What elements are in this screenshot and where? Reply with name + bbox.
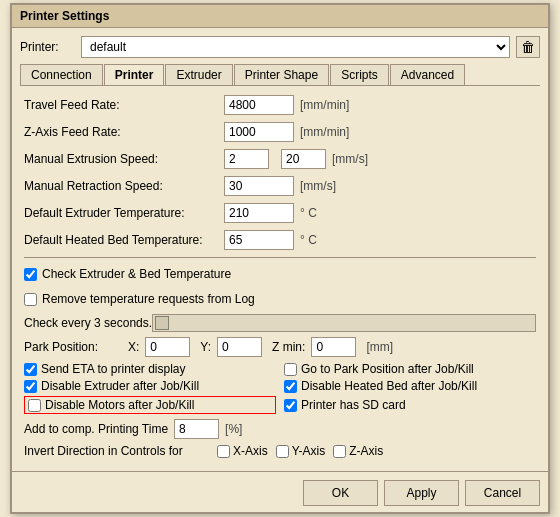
go-to-park-item: Go to Park Position after Job/Kill [284, 362, 536, 376]
tab-printer[interactable]: Printer [104, 64, 165, 85]
z-axis-feed-rate-row: Z-Axis Feed Rate: [mm/min] [24, 121, 536, 143]
tab-extruder[interactable]: Extruder [165, 64, 232, 85]
manual-extrusion-speed-input2[interactable] [281, 149, 326, 169]
disable-motors-item: Disable Motors after Job/Kill [24, 396, 276, 414]
heated-bed-temp-row: Default Heated Bed Temperature: ° C [24, 229, 536, 251]
travel-feed-rate-input[interactable] [224, 95, 294, 115]
manual-extrusion-speed-unit: [mm/s] [332, 152, 368, 166]
invert-x-checkbox[interactable] [217, 445, 230, 458]
heated-bed-temp-unit: ° C [300, 233, 317, 247]
disable-extruder-item: Disable Extruder after Job/Kill [24, 379, 276, 393]
send-eta-label: Send ETA to printer display [41, 362, 186, 376]
printer-label: Printer: [20, 40, 75, 54]
invert-x-item: X-Axis [217, 444, 268, 458]
printer-sd-checkbox[interactable] [284, 399, 297, 412]
disable-motors-label: Disable Motors after Job/Kill [45, 398, 194, 412]
invert-x-label: X-Axis [233, 444, 268, 458]
tab-scripts[interactable]: Scripts [330, 64, 389, 85]
park-x-label: X: [128, 340, 139, 354]
invert-z-item: Z-Axis [333, 444, 383, 458]
z-axis-feed-rate-label: Z-Axis Feed Rate: [24, 125, 224, 139]
add-comp-input[interactable] [174, 419, 219, 439]
manual-extrusion-speed-input1[interactable] [224, 149, 269, 169]
check-interval-slider[interactable] [152, 314, 536, 332]
disable-extruder-checkbox[interactable] [24, 380, 37, 393]
slider-thumb[interactable] [155, 316, 169, 330]
park-y-label: Y: [200, 340, 211, 354]
disable-heated-bed-item: Disable Heated Bed after Job/Kill [284, 379, 536, 393]
button-bar: OK Apply Cancel [12, 471, 548, 512]
add-comp-label: Add to comp. Printing Time [24, 422, 168, 436]
check-extruder-checkbox[interactable] [24, 268, 37, 281]
travel-feed-rate-label: Travel Feed Rate: [24, 98, 224, 112]
manual-retraction-speed-input[interactable] [224, 176, 294, 196]
invert-z-label: Z-Axis [349, 444, 383, 458]
manual-retraction-speed-label: Manual Retraction Speed: [24, 179, 224, 193]
divider1 [24, 257, 536, 258]
add-comp-unit: [%] [225, 422, 242, 436]
disable-extruder-label: Disable Extruder after Job/Kill [41, 379, 199, 393]
checkbox-grid: Send ETA to printer display Go to Park P… [24, 362, 536, 414]
apply-button[interactable]: Apply [384, 480, 459, 506]
send-eta-checkbox[interactable] [24, 363, 37, 376]
invert-y-item: Y-Axis [276, 444, 326, 458]
extruder-temp-unit: ° C [300, 206, 317, 220]
manual-retraction-speed-unit: [mm/s] [300, 179, 336, 193]
title-bar: Printer Settings [12, 5, 548, 28]
disable-heated-bed-checkbox[interactable] [284, 380, 297, 393]
tab-connection[interactable]: Connection [20, 64, 103, 85]
park-y-input[interactable] [217, 337, 262, 357]
check-extruder-row: Check Extruder & Bed Temperature [24, 264, 536, 284]
go-to-park-label: Go to Park Position after Job/Kill [301, 362, 474, 376]
park-position-row: Park Position: X: Y: Z min: [mm] [24, 337, 536, 357]
slider-row: Check every 3 seconds. [24, 314, 536, 332]
disable-heated-bed-label: Disable Heated Bed after Job/Kill [301, 379, 477, 393]
travel-feed-rate-row: Travel Feed Rate: [mm/min] [24, 94, 536, 116]
park-z-input[interactable] [311, 337, 356, 357]
printer-settings-dialog: Printer Settings Printer: default 🗑 Conn… [10, 3, 550, 514]
printer-sd-item: Printer has SD card [284, 396, 536, 414]
tab-advanced[interactable]: Advanced [390, 64, 465, 85]
invert-y-label: Y-Axis [292, 444, 326, 458]
ok-button[interactable]: OK [303, 480, 378, 506]
extruder-temp-input[interactable] [224, 203, 294, 223]
dialog-title: Printer Settings [20, 9, 109, 23]
manual-extrusion-speed-label: Manual Extrusion Speed: [24, 152, 224, 166]
park-position-label: Park Position: [24, 340, 124, 354]
invert-y-checkbox[interactable] [276, 445, 289, 458]
park-unit: [mm] [366, 340, 393, 354]
disable-motors-checkbox[interactable] [28, 399, 41, 412]
form-section: Travel Feed Rate: [mm/min] Z-Axis Feed R… [20, 94, 540, 458]
extruder-temp-label: Default Extruder Temperature: [24, 206, 224, 220]
remove-temp-row: Remove temperature requests from Log [24, 289, 536, 309]
send-eta-item: Send ETA to printer display [24, 362, 276, 376]
cancel-button[interactable]: Cancel [465, 480, 540, 506]
add-comp-row: Add to comp. Printing Time [%] [24, 419, 536, 439]
invert-direction-row: Invert Direction in Controls for X-Axis … [24, 444, 536, 458]
manual-retraction-speed-row: Manual Retraction Speed: [mm/s] [24, 175, 536, 197]
remove-temp-checkbox[interactable] [24, 293, 37, 306]
check-every-label: Check every 3 seconds. [24, 316, 152, 330]
manual-extrusion-speed-row: Manual Extrusion Speed: [mm/s] [24, 148, 536, 170]
printer-row: Printer: default 🗑 [20, 36, 540, 58]
tab-printer-shape[interactable]: Printer Shape [234, 64, 329, 85]
remove-temp-label: Remove temperature requests from Log [42, 292, 255, 306]
heated-bed-temp-label: Default Heated Bed Temperature: [24, 233, 224, 247]
check-extruder-label: Check Extruder & Bed Temperature [42, 267, 231, 281]
invert-direction-label: Invert Direction in Controls for [24, 444, 209, 458]
heated-bed-temp-input[interactable] [224, 230, 294, 250]
z-axis-feed-rate-input[interactable] [224, 122, 294, 142]
go-to-park-checkbox[interactable] [284, 363, 297, 376]
invert-z-checkbox[interactable] [333, 445, 346, 458]
printer-select[interactable]: default [81, 36, 510, 58]
tabs: Connection Printer Extruder Printer Shap… [20, 64, 540, 86]
printer-sd-label: Printer has SD card [301, 398, 406, 412]
park-x-input[interactable] [145, 337, 190, 357]
travel-feed-rate-unit: [mm/min] [300, 98, 349, 112]
extruder-temp-row: Default Extruder Temperature: ° C [24, 202, 536, 224]
delete-printer-button[interactable]: 🗑 [516, 36, 540, 58]
park-z-label: Z min: [272, 340, 305, 354]
z-axis-feed-rate-unit: [mm/min] [300, 125, 349, 139]
